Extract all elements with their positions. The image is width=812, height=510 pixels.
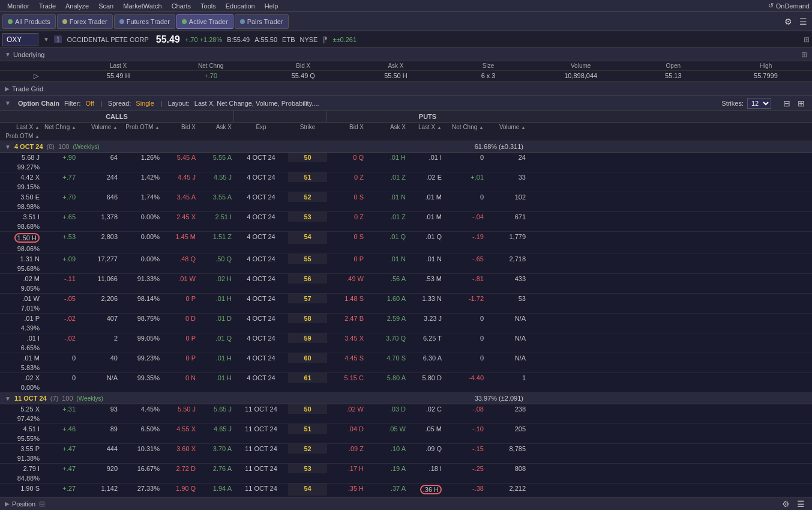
- nav-help[interactable]: Help: [260, 0, 283, 11]
- call-ask-0-8[interactable]: .01 D: [198, 314, 234, 323]
- put-ask-0-0[interactable]: .01 H: [366, 153, 408, 162]
- data-row-1-3[interactable]: 2.79 I +.47 920 16.67% 2.72 D 2.76 A 11 …: [0, 464, 812, 484]
- data-row-0-1[interactable]: 4.42 X +.77 244 1.42% 4.45 J 4.55 J 4 OC…: [0, 172, 812, 192]
- put-bid-1-2[interactable]: .09 Z: [327, 444, 366, 454]
- put-ask-0-1[interactable]: .01 Z: [366, 172, 408, 182]
- col-h-call-ask[interactable]: Ask X: [198, 123, 234, 132]
- oc-collapse-arrow[interactable]: ▼: [5, 100, 11, 106]
- position-bar[interactable]: ▶ Position ⊟ ⚙ ☰: [0, 497, 812, 510]
- call-ask-0-4[interactable]: 1.51 Z: [198, 232, 234, 244]
- exp-row-1[interactable]: ▼ 11 OCT 24 (7) 100 (Weeklys) 33.97% (±2…: [0, 393, 812, 404]
- data-row-0-7[interactable]: .01 W -.05 2,206 98.14% 0 P .01 H 4 OCT …: [0, 294, 812, 314]
- put-bid-0-10[interactable]: 4.45 S: [327, 353, 366, 363]
- col-h-put-last[interactable]: Last X ▲: [408, 123, 444, 132]
- put-bid-0-4[interactable]: 0 S: [327, 232, 366, 244]
- menu-button[interactable]: ☰: [797, 16, 810, 28]
- underlying-section-header[interactable]: ▼ Underlying ⊞: [0, 48, 812, 61]
- position-settings-button[interactable]: ⚙: [780, 498, 792, 510]
- active-trader-button[interactable]: Active Trader: [176, 14, 233, 29]
- put-ask-1-4[interactable]: .37 A: [366, 484, 408, 496]
- data-row-0-2[interactable]: 3.50 E +.70 646 1.74% 3.45 A 3.55 A 4 OC…: [0, 192, 812, 212]
- position-menu-button[interactable]: ☰: [795, 498, 807, 510]
- call-bid-1-2[interactable]: 3.60 X: [162, 444, 198, 454]
- put-ask-1-2[interactable]: .10 A: [366, 444, 408, 454]
- call-ask-1-0[interactable]: 5.65 J: [198, 404, 234, 414]
- pairs-trader-button[interactable]: Pairs Trader: [235, 14, 289, 29]
- call-ask-0-9[interactable]: .01 Q: [198, 333, 234, 343]
- put-ask-0-10[interactable]: 4.70 S: [366, 353, 408, 363]
- data-row-0-9[interactable]: .01 I -.02 2 99.05% 0 P .01 Q 4 OCT 24 5…: [0, 333, 812, 353]
- call-bid-0-1[interactable]: 4.45 J: [162, 172, 198, 182]
- put-bid-0-5[interactable]: 0 P: [327, 254, 366, 264]
- call-ask-0-10[interactable]: .01 H: [198, 353, 234, 363]
- nav-marketwatch[interactable]: MarketWatch: [118, 0, 166, 11]
- put-bid-1-0[interactable]: .02 W: [327, 404, 366, 414]
- call-bid-0-11[interactable]: 0 N: [162, 373, 198, 383]
- data-row-1-1[interactable]: 4.51 I +.46 89 6.50% 4.55 X 4.65 J 11 OC…: [0, 424, 812, 444]
- all-products-button[interactable]: All Products: [2, 14, 56, 29]
- exp-row-0[interactable]: ▼ 4 OCT 24 (0) 100 (Weeklys) 61.68% (±0.…: [0, 141, 812, 153]
- forex-trader-button[interactable]: Forex Trader: [57, 14, 113, 29]
- oc-expand-icon[interactable]: ⊞: [795, 97, 807, 109]
- col-h-call-last[interactable]: Last X ▲: [0, 123, 42, 132]
- call-ask-1-2[interactable]: 3.70 A: [198, 444, 234, 454]
- data-row-0-5[interactable]: 1.31 N +.09 17,277 0.00% .48 Q .50 Q 4 O…: [0, 254, 812, 274]
- call-bid-0-3[interactable]: 2.45 X: [162, 212, 198, 222]
- call-bid-0-9[interactable]: 0 P: [162, 333, 198, 343]
- put-ask-0-4[interactable]: .01 Q: [366, 232, 408, 244]
- data-row-1-2[interactable]: 3.55 P +.47 444 10.31% 3.60 X 3.70 A 11 …: [0, 444, 812, 464]
- put-ask-0-5[interactable]: .01 N: [366, 254, 408, 264]
- data-row-0-6[interactable]: .02 M -.11 11,066 91.33% .01 W .02 H 4 O…: [0, 274, 812, 294]
- call-bid-0-6[interactable]: .01 W: [162, 274, 198, 284]
- ondemand-button[interactable]: ↺ OnDemand: [768, 2, 810, 10]
- position-icon[interactable]: ⊟: [39, 500, 45, 508]
- put-bid-0-7[interactable]: 1.48 S: [327, 294, 366, 303]
- put-ask-1-1[interactable]: .05 W: [366, 424, 408, 434]
- call-ask-0-3[interactable]: 2.51 I: [198, 212, 234, 222]
- data-row-1-4[interactable]: 1.90 S +.27 1,142 27.33% 1.90 Q 1.94 A 1…: [0, 484, 812, 497]
- data-row-1-0[interactable]: 5.25 X +.31 93 4.45% 5.50 J 5.65 J 11 OC…: [0, 404, 812, 424]
- trade-grid-header[interactable]: ▶ Trade Grid: [0, 82, 812, 96]
- call-ask-1-1[interactable]: 4.65 J: [198, 424, 234, 434]
- put-ask-0-7[interactable]: 1.60 A: [366, 294, 408, 303]
- put-ask-0-9[interactable]: 3.70 Q: [366, 333, 408, 343]
- call-bid-0-2[interactable]: 3.45 A: [162, 192, 198, 202]
- put-bid-0-2[interactable]: 0 S: [327, 192, 366, 202]
- futures-trader-button[interactable]: Futures Trader: [114, 14, 175, 29]
- call-ask-1-3[interactable]: 2.76 A: [198, 464, 234, 473]
- nav-monitor[interactable]: Monitor: [2, 0, 34, 11]
- nav-charts[interactable]: Charts: [167, 0, 196, 11]
- put-bid-0-6[interactable]: .49 W: [327, 274, 366, 284]
- put-bid-1-1[interactable]: .04 D: [327, 424, 366, 434]
- nav-scan[interactable]: Scan: [94, 0, 118, 11]
- put-ask-0-3[interactable]: .01 Z: [366, 212, 408, 222]
- call-bid-0-4[interactable]: 1.45 M: [162, 232, 198, 244]
- call-ask-0-6[interactable]: .02 H: [198, 274, 234, 284]
- call-bid-0-8[interactable]: 0 D: [162, 314, 198, 323]
- put-bid-0-11[interactable]: 5.15 C: [327, 373, 366, 383]
- call-bid-1-4[interactable]: 1.90 Q: [162, 484, 198, 496]
- col-h-call-bid[interactable]: Bid X: [162, 123, 198, 132]
- data-row-0-11[interactable]: .02 X 0 N/A 99.35% 0 N .01 H 4 OCT 24 61…: [0, 373, 812, 393]
- put-bid-0-8[interactable]: 2.47 B: [327, 314, 366, 323]
- call-ask-0-0[interactable]: 5.55 A: [198, 153, 234, 162]
- strikes-select[interactable]: 12 8 20: [747, 98, 771, 109]
- put-bid-0-3[interactable]: 0 Z: [327, 212, 366, 222]
- data-row-0-4[interactable]: 1.50 H +.53 2,803 0.00% 1.45 M 1.51 Z 4 …: [0, 232, 812, 254]
- col-h-call-prob[interactable]: Prob.OTM ▲: [120, 123, 162, 132]
- call-bid-1-0[interactable]: 5.50 J: [162, 404, 198, 414]
- put-ask-0-11[interactable]: 5.80 A: [366, 373, 408, 383]
- put-ask-0-6[interactable]: .56 A: [366, 274, 408, 284]
- nav-trade[interactable]: Trade: [34, 0, 61, 11]
- call-bid-1-1[interactable]: 4.55 X: [162, 424, 198, 434]
- col-h-put-chng[interactable]: Net Chng ▲: [444, 123, 486, 132]
- call-ask-0-7[interactable]: .01 H: [198, 294, 234, 303]
- put-bid-1-3[interactable]: .17 H: [327, 464, 366, 473]
- symbol-input[interactable]: [2, 33, 38, 46]
- oc-filter-icon[interactable]: ⊟: [781, 97, 793, 109]
- layout-value[interactable]: Last X, Net Change, Volume, Probability.…: [194, 100, 319, 107]
- put-bid-1-4[interactable]: .35 H: [327, 484, 366, 496]
- put-ask-1-3[interactable]: .19 A: [366, 464, 408, 473]
- nav-analyze[interactable]: Analyze: [61, 0, 94, 11]
- expand-underlying-icon[interactable]: ⊞: [801, 50, 807, 59]
